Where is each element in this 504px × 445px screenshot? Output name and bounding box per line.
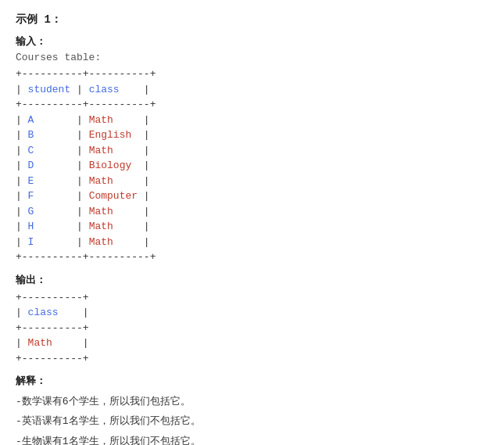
explanation-line-1: -数学课有6个学生，所以我们包括它。 [16,393,488,411]
courses-table: +----------+----------+ | student | clas… [16,66,488,265]
explanation-line-2: -英语课有1名学生，所以我们不包括它。 [16,412,488,430]
explanation-label: 解释： [16,374,488,388]
explanation: -数学课有6个学生，所以我们包括它。 -英语课有1名学生，所以我们不包括它。 -… [16,393,488,445]
output-label: 输出： [16,273,488,287]
output-table: +----------+ | class | +----------+ | Ma… [16,290,488,367]
section-title: 示例 1： [16,13,488,27]
explanation-line-3: -生物课有1名学生，所以我们不包括它。 [16,432,488,445]
input-desc: Courses table: [16,52,488,63]
input-label: 输入： [16,34,488,48]
